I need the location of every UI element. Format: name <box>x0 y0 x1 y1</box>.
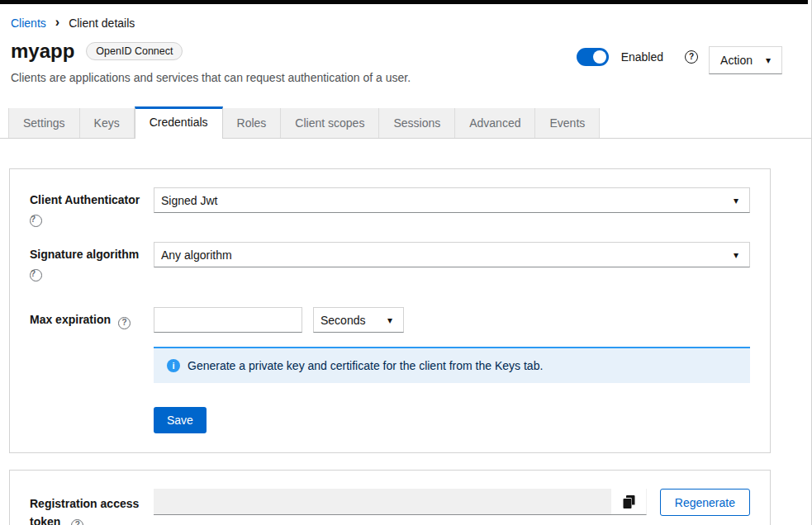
credentials-card: Client Authenticator ? Signed Jwt ▾ Sign… <box>9 168 771 453</box>
enabled-label: Enabled <box>621 50 663 64</box>
tab-keys[interactable]: Keys <box>80 108 135 138</box>
registration-token-label: Registration access token <box>30 497 139 525</box>
save-button[interactable]: Save <box>154 407 207 433</box>
action-dropdown-label: Action <box>720 54 753 67</box>
max-expiration-unit-select[interactable]: Seconds ▾ <box>313 307 404 333</box>
client-authenticator-row: Client Authenticator ? Signed Jwt ▾ <box>30 187 750 227</box>
protocol-badge: OpenID Connect <box>86 42 183 60</box>
max-expiration-label: Max expiration <box>30 307 111 326</box>
title-block: myapp OpenID Connect Clients are applica… <box>11 40 411 84</box>
registration-token-input <box>154 489 611 515</box>
tab-bar: Settings Keys Credentials Roles Client s… <box>0 106 812 139</box>
tab-sessions[interactable]: Sessions <box>379 108 455 138</box>
signature-algorithm-row: Signature algorithm ? Any algorithm ▾ <box>30 242 750 281</box>
page-description: Clients are applications and services th… <box>11 71 411 84</box>
max-expiration-input[interactable] <box>154 307 302 333</box>
client-authenticator-label: Client Authenticator <box>30 187 140 206</box>
signature-algorithm-value: Any algorithm <box>161 248 232 262</box>
signature-algorithm-select[interactable]: Any algorithm ▾ <box>154 242 750 267</box>
info-alert: i Generate a private key and certificate… <box>154 347 750 383</box>
tab-roles[interactable]: Roles <box>223 108 282 138</box>
breadcrumb-current: Client details <box>69 17 135 30</box>
client-authenticator-value: Signed Jwt <box>161 194 217 207</box>
enabled-toggle[interactable] <box>577 48 609 66</box>
enabled-help-icon[interactable]: ? <box>685 50 698 64</box>
breadcrumb-clients-link[interactable]: Clients <box>11 17 46 30</box>
header-controls: Enabled ? Action ▾ <box>577 40 782 74</box>
window-top-edge <box>0 0 808 4</box>
max-expiration-row: Max expiration? Seconds ▾ <box>30 307 750 333</box>
tab-advanced[interactable]: Advanced <box>455 108 535 138</box>
signature-algorithm-help-icon[interactable]: ? <box>30 269 42 281</box>
max-expiration-help-icon[interactable]: ? <box>118 317 131 329</box>
toggle-knob <box>593 50 606 64</box>
chevron-right-icon: › <box>55 16 59 29</box>
breadcrumb: Clients › Client details <box>11 17 812 30</box>
tab-client-scopes[interactable]: Client scopes <box>281 108 379 138</box>
client-authenticator-select[interactable]: Signed Jwt ▾ <box>154 187 750 213</box>
alert-save-row: i Generate a private key and certificate… <box>30 333 750 433</box>
max-expiration-unit-value: Seconds <box>321 314 365 327</box>
signature-algorithm-label: Signature algorithm <box>30 242 139 261</box>
regenerate-button[interactable]: Regenerate <box>660 489 750 516</box>
page-header: myapp OpenID Connect Clients are applica… <box>11 40 782 84</box>
registration-token-row: Registration access token ? Regenerate <box>30 489 750 525</box>
caret-down-icon: ▾ <box>387 315 392 325</box>
info-alert-text: Generate a private key and certificate f… <box>188 359 543 372</box>
registration-token-help-icon[interactable]: ? <box>71 519 83 525</box>
copy-button[interactable] <box>611 489 647 515</box>
tab-settings[interactable]: Settings <box>8 108 80 138</box>
action-dropdown[interactable]: Action ▾ <box>709 46 782 74</box>
caret-down-icon: ▾ <box>734 196 738 206</box>
tab-events[interactable]: Events <box>535 108 600 138</box>
caret-down-icon: ▾ <box>734 250 738 260</box>
registration-token-card: Registration access token ? Regenerate <box>9 470 771 525</box>
info-icon: i <box>167 359 180 372</box>
tab-credentials[interactable]: Credentials <box>135 106 223 139</box>
client-authenticator-help-icon[interactable]: ? <box>30 215 42 227</box>
copy-icon <box>623 495 635 508</box>
caret-down-icon: ▾ <box>766 55 771 65</box>
page-title: myapp <box>11 40 74 63</box>
